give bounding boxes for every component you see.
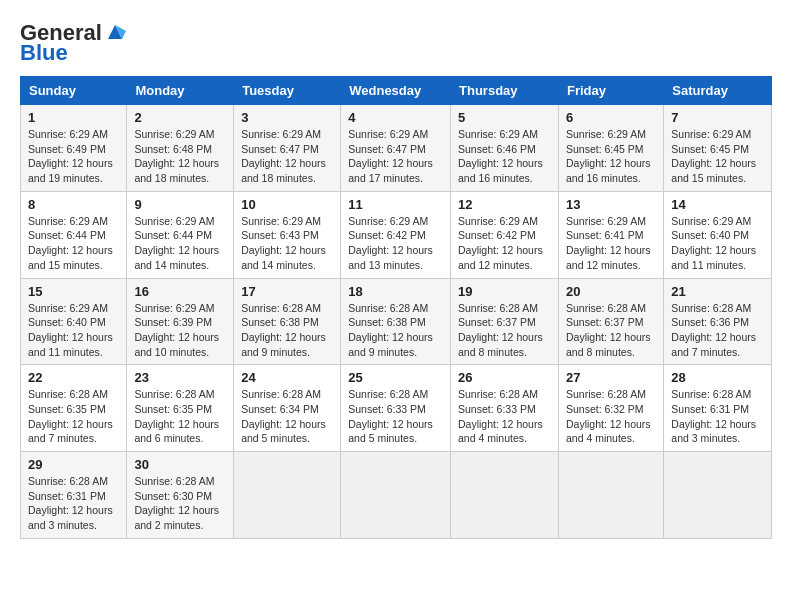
calendar-cell: 29 Sunrise: 6:28 AM Sunset: 6:31 PM Dayl… [21,452,127,539]
weekday-saturday: Saturday [664,77,772,105]
weekday-sunday: Sunday [21,77,127,105]
weekday-friday: Friday [558,77,663,105]
day-number: 10 [241,197,333,212]
calendar-cell [451,452,559,539]
calendar-cell: 30 Sunrise: 6:28 AM Sunset: 6:30 PM Dayl… [127,452,234,539]
calendar-cell: 21 Sunrise: 6:28 AM Sunset: 6:36 PM Dayl… [664,278,772,365]
calendar-cell: 25 Sunrise: 6:28 AM Sunset: 6:33 PM Dayl… [341,365,451,452]
day-number: 28 [671,370,764,385]
day-number: 4 [348,110,443,125]
day-number: 12 [458,197,551,212]
calendar-cell: 17 Sunrise: 6:28 AM Sunset: 6:38 PM Dayl… [234,278,341,365]
day-detail: Sunrise: 6:28 AM Sunset: 6:35 PM Dayligh… [28,387,119,446]
page-header: General Blue [20,20,772,66]
calendar-cell: 18 Sunrise: 6:28 AM Sunset: 6:38 PM Dayl… [341,278,451,365]
calendar-cell: 12 Sunrise: 6:29 AM Sunset: 6:42 PM Dayl… [451,191,559,278]
calendar-cell: 22 Sunrise: 6:28 AM Sunset: 6:35 PM Dayl… [21,365,127,452]
calendar-cell: 5 Sunrise: 6:29 AM Sunset: 6:46 PM Dayli… [451,105,559,192]
calendar-cell: 15 Sunrise: 6:29 AM Sunset: 6:40 PM Dayl… [21,278,127,365]
calendar-table: SundayMondayTuesdayWednesdayThursdayFrid… [20,76,772,539]
day-number: 5 [458,110,551,125]
calendar-cell: 23 Sunrise: 6:28 AM Sunset: 6:35 PM Dayl… [127,365,234,452]
day-detail: Sunrise: 6:28 AM Sunset: 6:33 PM Dayligh… [458,387,551,446]
day-detail: Sunrise: 6:28 AM Sunset: 6:37 PM Dayligh… [566,301,656,360]
day-detail: Sunrise: 6:29 AM Sunset: 6:47 PM Dayligh… [241,127,333,186]
weekday-header-row: SundayMondayTuesdayWednesdayThursdayFrid… [21,77,772,105]
day-number: 8 [28,197,119,212]
day-number: 26 [458,370,551,385]
calendar-week-5: 29 Sunrise: 6:28 AM Sunset: 6:31 PM Dayl… [21,452,772,539]
day-detail: Sunrise: 6:29 AM Sunset: 6:42 PM Dayligh… [458,214,551,273]
day-number: 7 [671,110,764,125]
day-detail: Sunrise: 6:28 AM Sunset: 6:35 PM Dayligh… [134,387,226,446]
logo-icon [104,21,126,43]
day-number: 1 [28,110,119,125]
logo: General Blue [20,20,126,66]
day-detail: Sunrise: 6:28 AM Sunset: 6:34 PM Dayligh… [241,387,333,446]
day-detail: Sunrise: 6:29 AM Sunset: 6:45 PM Dayligh… [671,127,764,186]
day-number: 21 [671,284,764,299]
day-number: 19 [458,284,551,299]
day-detail: Sunrise: 6:29 AM Sunset: 6:43 PM Dayligh… [241,214,333,273]
day-detail: Sunrise: 6:28 AM Sunset: 6:32 PM Dayligh… [566,387,656,446]
day-number: 24 [241,370,333,385]
day-number: 29 [28,457,119,472]
calendar-week-1: 1 Sunrise: 6:29 AM Sunset: 6:49 PM Dayli… [21,105,772,192]
calendar-cell: 3 Sunrise: 6:29 AM Sunset: 6:47 PM Dayli… [234,105,341,192]
calendar-cell: 6 Sunrise: 6:29 AM Sunset: 6:45 PM Dayli… [558,105,663,192]
day-detail: Sunrise: 6:29 AM Sunset: 6:49 PM Dayligh… [28,127,119,186]
day-detail: Sunrise: 6:29 AM Sunset: 6:42 PM Dayligh… [348,214,443,273]
day-number: 20 [566,284,656,299]
weekday-monday: Monday [127,77,234,105]
calendar-cell: 2 Sunrise: 6:29 AM Sunset: 6:48 PM Dayli… [127,105,234,192]
day-detail: Sunrise: 6:29 AM Sunset: 6:44 PM Dayligh… [134,214,226,273]
day-detail: Sunrise: 6:28 AM Sunset: 6:33 PM Dayligh… [348,387,443,446]
day-detail: Sunrise: 6:29 AM Sunset: 6:46 PM Dayligh… [458,127,551,186]
day-detail: Sunrise: 6:28 AM Sunset: 6:30 PM Dayligh… [134,474,226,533]
calendar-cell: 19 Sunrise: 6:28 AM Sunset: 6:37 PM Dayl… [451,278,559,365]
day-detail: Sunrise: 6:29 AM Sunset: 6:48 PM Dayligh… [134,127,226,186]
day-detail: Sunrise: 6:29 AM Sunset: 6:45 PM Dayligh… [566,127,656,186]
calendar-cell: 28 Sunrise: 6:28 AM Sunset: 6:31 PM Dayl… [664,365,772,452]
day-detail: Sunrise: 6:28 AM Sunset: 6:38 PM Dayligh… [241,301,333,360]
calendar-cell [558,452,663,539]
weekday-tuesday: Tuesday [234,77,341,105]
day-number: 27 [566,370,656,385]
calendar-cell: 27 Sunrise: 6:28 AM Sunset: 6:32 PM Dayl… [558,365,663,452]
day-number: 17 [241,284,333,299]
calendar-week-4: 22 Sunrise: 6:28 AM Sunset: 6:35 PM Dayl… [21,365,772,452]
day-detail: Sunrise: 6:29 AM Sunset: 6:40 PM Dayligh… [28,301,119,360]
day-detail: Sunrise: 6:28 AM Sunset: 6:38 PM Dayligh… [348,301,443,360]
calendar-cell: 20 Sunrise: 6:28 AM Sunset: 6:37 PM Dayl… [558,278,663,365]
day-detail: Sunrise: 6:29 AM Sunset: 6:40 PM Dayligh… [671,214,764,273]
calendar-cell: 26 Sunrise: 6:28 AM Sunset: 6:33 PM Dayl… [451,365,559,452]
day-number: 30 [134,457,226,472]
calendar-cell: 9 Sunrise: 6:29 AM Sunset: 6:44 PM Dayli… [127,191,234,278]
day-detail: Sunrise: 6:28 AM Sunset: 6:37 PM Dayligh… [458,301,551,360]
logo-blue: Blue [20,40,68,66]
day-number: 16 [134,284,226,299]
calendar-cell: 8 Sunrise: 6:29 AM Sunset: 6:44 PM Dayli… [21,191,127,278]
calendar-cell: 14 Sunrise: 6:29 AM Sunset: 6:40 PM Dayl… [664,191,772,278]
calendar-cell: 4 Sunrise: 6:29 AM Sunset: 6:47 PM Dayli… [341,105,451,192]
day-detail: Sunrise: 6:29 AM Sunset: 6:41 PM Dayligh… [566,214,656,273]
day-number: 25 [348,370,443,385]
day-number: 2 [134,110,226,125]
day-number: 11 [348,197,443,212]
day-number: 22 [28,370,119,385]
day-detail: Sunrise: 6:29 AM Sunset: 6:39 PM Dayligh… [134,301,226,360]
weekday-wednesday: Wednesday [341,77,451,105]
day-number: 3 [241,110,333,125]
day-number: 14 [671,197,764,212]
day-number: 13 [566,197,656,212]
calendar-cell [341,452,451,539]
day-number: 6 [566,110,656,125]
calendar-cell [664,452,772,539]
calendar-week-3: 15 Sunrise: 6:29 AM Sunset: 6:40 PM Dayl… [21,278,772,365]
calendar-cell: 11 Sunrise: 6:29 AM Sunset: 6:42 PM Dayl… [341,191,451,278]
day-detail: Sunrise: 6:28 AM Sunset: 6:36 PM Dayligh… [671,301,764,360]
day-number: 15 [28,284,119,299]
calendar-week-2: 8 Sunrise: 6:29 AM Sunset: 6:44 PM Dayli… [21,191,772,278]
calendar-cell [234,452,341,539]
calendar-cell: 1 Sunrise: 6:29 AM Sunset: 6:49 PM Dayli… [21,105,127,192]
